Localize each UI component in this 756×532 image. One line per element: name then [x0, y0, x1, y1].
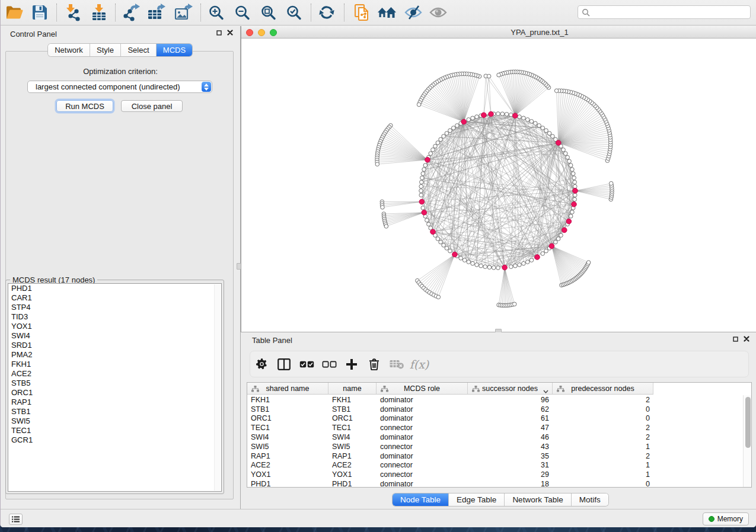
zoom-selected-icon[interactable] — [286, 5, 302, 21]
graph-node[interactable] — [529, 120, 534, 124]
graph-node[interactable] — [547, 132, 551, 136]
graph-node[interactable] — [487, 265, 492, 270]
mcds-result-item[interactable]: CAR1 — [8, 293, 221, 303]
import-table-icon[interactable] — [90, 4, 109, 21]
run-mcds-button[interactable]: Run MCDS — [56, 100, 113, 112]
graph-leaf-node[interactable] — [487, 74, 491, 78]
graph-leaf-node[interactable] — [554, 89, 559, 93]
column-header-shared-name[interactable]: shared name — [247, 383, 328, 394]
import-network-icon[interactable] — [63, 4, 82, 21]
graph-node[interactable] — [541, 126, 545, 130]
export-image-icon[interactable] — [173, 4, 193, 21]
graph-mcds-node[interactable] — [502, 265, 508, 270]
table-row[interactable]: SWI5SWI5connector431 — [247, 442, 743, 451]
open-file-icon[interactable] — [5, 5, 24, 21]
maximize-window-icon[interactable] — [270, 29, 277, 36]
memory-button[interactable]: Memory — [703, 512, 749, 525]
graph-mcds-node[interactable] — [425, 157, 430, 162]
table-row[interactable]: ORC1ORC1dominator610 — [247, 414, 743, 424]
graph-node[interactable] — [471, 116, 475, 120]
graph-node[interactable] — [467, 118, 471, 122]
graph-leaf-node[interactable] — [417, 102, 421, 107]
graph-node[interactable] — [439, 137, 443, 142]
graph-mcds-node[interactable] — [422, 210, 427, 215]
close-panel-button[interactable]: Close panel — [121, 100, 183, 112]
float-table-panel-icon[interactable] — [733, 336, 738, 342]
graph-node[interactable] — [529, 258, 534, 262]
close-panel-icon[interactable] — [227, 30, 233, 36]
graph-leaf-node[interactable] — [497, 73, 501, 77]
graph-mcds-node[interactable] — [573, 188, 578, 194]
graph-mcds-node[interactable] — [419, 199, 425, 204]
mcds-result-item[interactable]: PHD1 — [8, 284, 221, 293]
graph-node[interactable] — [471, 261, 475, 265]
graph-node[interactable] — [433, 144, 438, 148]
graph-node[interactable] — [451, 126, 455, 130]
mcds-result-item[interactable]: STB1 — [8, 407, 221, 416]
graph-mcds-node[interactable] — [489, 111, 494, 117]
network-graph-canvas[interactable] — [241, 39, 756, 332]
zoom-in-icon[interactable] — [208, 5, 224, 21]
graph-node[interactable] — [544, 249, 548, 253]
table-row[interactable]: PHD1PHD1dominator180 — [247, 479, 743, 487]
column-header-name[interactable]: name — [328, 383, 377, 394]
mcds-result-item[interactable]: ORC1 — [8, 388, 221, 398]
graph-node[interactable] — [562, 148, 566, 152]
graph-node[interactable] — [475, 263, 479, 267]
graph-node[interactable] — [431, 148, 435, 152]
graph-node[interactable] — [483, 265, 487, 269]
graph-leaf-node[interactable] — [381, 206, 385, 210]
table-row[interactable]: YOX1YOX1connector291 — [247, 470, 743, 479]
search-input[interactable] — [592, 8, 750, 17]
deselect-all-icon[interactable] — [318, 361, 340, 368]
graph-node[interactable] — [427, 222, 431, 226]
add-column-icon[interactable] — [340, 359, 363, 370]
copy-style-icon[interactable] — [353, 4, 371, 21]
graph-node[interactable] — [522, 261, 526, 265]
graph-node[interactable] — [569, 164, 573, 168]
graph-node[interactable] — [570, 168, 575, 172]
graph-mcds-node[interactable] — [556, 140, 561, 146]
select-all-icon[interactable] — [295, 361, 318, 368]
close-table-panel-icon[interactable] — [744, 336, 749, 342]
graph-leaf-node[interactable] — [375, 162, 379, 166]
graph-node[interactable] — [419, 189, 423, 193]
delete-table-icon[interactable] — [385, 360, 408, 369]
graph-node[interactable] — [505, 113, 509, 117]
graph-node[interactable] — [442, 243, 446, 248]
tab-node-table[interactable]: Node Table — [393, 493, 449, 506]
graph-mcds-node[interactable] — [452, 252, 458, 257]
column-header-predecessor-nodes[interactable]: predecessor nodes — [553, 383, 653, 394]
mcds-result-item[interactable]: FKH1 — [8, 360, 221, 369]
graph-node[interactable] — [534, 121, 538, 126]
graph-node[interactable] — [572, 176, 576, 180]
delete-column-icon[interactable] — [363, 358, 385, 370]
graph-node[interactable] — [513, 264, 518, 268]
table-scrollbar[interactable] — [743, 395, 751, 487]
split-panel-icon[interactable] — [273, 358, 295, 370]
home-layout-icon[interactable] — [377, 5, 397, 20]
graph-node[interactable] — [567, 159, 572, 164]
graph-node[interactable] — [518, 115, 522, 119]
table-row[interactable]: TEC1TEC1connector472 — [247, 423, 743, 432]
graph-node[interactable] — [554, 240, 558, 244]
graph-mcds-node[interactable] — [481, 113, 487, 118]
refresh-layout-icon[interactable] — [318, 4, 335, 21]
mcds-result-item[interactable]: STP4 — [8, 303, 221, 312]
mcds-result-item[interactable]: TEC1 — [8, 426, 221, 435]
graph-mcds-node[interactable] — [461, 119, 467, 124]
optimization-criterion-select[interactable]: largest connected component (undirected) — [27, 81, 212, 93]
mcds-result-item[interactable]: RAP1 — [8, 398, 221, 407]
graph-node[interactable] — [509, 265, 513, 269]
graph-node[interactable] — [419, 193, 423, 197]
graph-node[interactable] — [522, 116, 526, 120]
graph-node[interactable] — [518, 263, 522, 267]
export-network-icon[interactable] — [122, 4, 142, 21]
graph-node[interactable] — [544, 129, 548, 133]
table-options-icon[interactable] — [250, 358, 273, 370]
mcds-result-item[interactable]: SWI5 — [8, 416, 221, 426]
graph-node[interactable] — [448, 129, 452, 133]
mcds-result-item[interactable]: SWI4 — [8, 331, 221, 341]
zoom-out-icon[interactable] — [234, 5, 250, 21]
tab-network[interactable]: Network — [48, 44, 90, 56]
